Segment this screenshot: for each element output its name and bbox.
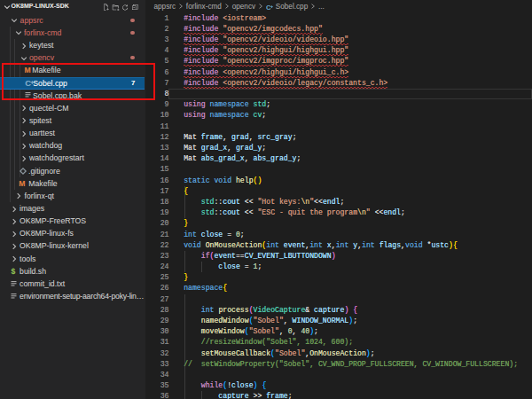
svg-text:C: C <box>266 4 271 11</box>
